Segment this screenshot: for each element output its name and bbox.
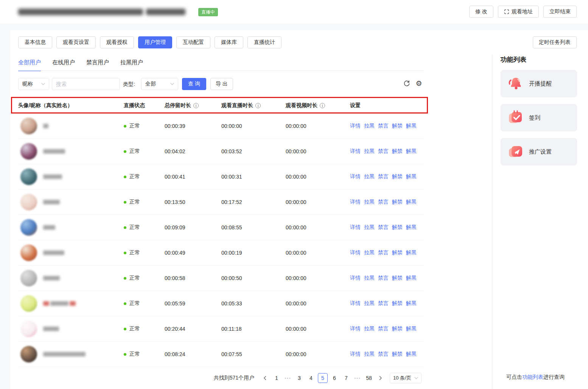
unmute-link[interactable]: 解禁 [392,123,403,129]
mute-link[interactable]: 禁言 [378,249,389,256]
unmute-link[interactable]: 解禁 [392,300,403,307]
tab-item[interactable]: 直播统计 [247,36,282,48]
status-text: 正常 [129,224,140,231]
gear-icon[interactable]: ⚙ [415,80,423,87]
mute-link[interactable]: 禁言 [378,275,389,282]
watch-address-button[interactable]: 观看地址 [498,6,539,18]
search-field-select[interactable]: 昵称 [18,78,49,90]
blacklist-link[interactable]: 拉黑 [364,325,375,332]
blacklist-link[interactable]: 拉黑 [364,148,375,155]
blacklist-link[interactable]: 拉黑 [364,123,375,129]
page-number[interactable]: 3 [294,373,304,383]
unblacklist-link[interactable]: 解黑 [406,275,417,282]
unmute-link[interactable]: 解禁 [392,249,403,256]
query-button[interactable]: 查 询 [182,78,206,90]
settings-cell: 详情拉黑禁言解禁解黑 [350,249,424,256]
unblacklist-link[interactable]: 解黑 [406,199,417,205]
avatar [20,295,37,312]
subtab-item[interactable]: 在线用户 [52,59,75,71]
tab-item[interactable]: 观看授权 [100,36,134,48]
export-button[interactable]: 导 出 [210,78,233,90]
mute-link[interactable]: 禁言 [378,148,389,155]
mute-link[interactable]: 禁言 [378,173,389,180]
status-dot [124,150,126,153]
unmute-link[interactable]: 解禁 [392,351,403,358]
blacklist-link[interactable]: 拉黑 [364,300,375,307]
prev-page-icon[interactable] [261,373,270,383]
type-select[interactable]: 全部 [141,78,178,90]
mute-link[interactable]: 禁言 [378,199,389,205]
unblacklist-link[interactable]: 解黑 [406,325,417,332]
unmute-link[interactable]: 解禁 [392,199,403,205]
end-now-button[interactable]: 立即结束 [543,6,577,18]
tab-item[interactable]: 用户管理 [138,36,172,48]
info-icon[interactable]: i [255,103,261,108]
detail-link[interactable]: 详情 [350,199,361,205]
detail-link[interactable]: 详情 [350,123,361,129]
mute-link[interactable]: 禁言 [378,123,389,129]
subtab-item[interactable]: 拉黑用户 [120,59,143,71]
unblacklist-link[interactable]: 解黑 [406,224,417,231]
page-number[interactable]: 58 [364,373,374,383]
tab-item[interactable]: 媒体库 [215,36,243,48]
search-input[interactable] [52,78,120,90]
mute-link[interactable]: 禁言 [378,224,389,231]
tab-item[interactable]: 基本信息 [18,36,52,48]
detail-link[interactable]: 详情 [350,300,361,307]
watch-video-duration: 00:00:00 [286,148,350,154]
blacklist-link[interactable]: 拉黑 [364,199,375,205]
blacklist-link[interactable]: 拉黑 [364,224,375,231]
blacklist-link[interactable]: 拉黑 [364,173,375,180]
detail-link[interactable]: 详情 [350,351,361,358]
function-list-link[interactable]: 功能列表 [522,374,543,380]
page-number[interactable]: 6 [330,373,339,383]
unblacklist-link[interactable]: 解黑 [406,173,417,180]
info-icon[interactable]: i [193,103,199,108]
detail-link[interactable]: 详情 [350,173,361,180]
scheduled-task-list-button[interactable]: 定时任务列表 [533,36,577,48]
mute-link[interactable]: 禁言 [378,351,389,358]
function-card-broadcast-reminder[interactable]: 开播提醒 [501,70,577,97]
page-ellipsis[interactable]: ••• [283,376,292,380]
unmute-link[interactable]: 解禁 [392,325,403,332]
tab-item[interactable]: 观看页设置 [56,36,96,48]
nickname-redacted [43,251,64,255]
function-card-promotion-settings[interactable]: 推广设置 [501,138,577,165]
unmute-link[interactable]: 解禁 [392,224,403,231]
page-size-select[interactable]: 10 条/页 [390,373,422,383]
function-card-check-in[interactable]: 签到 [501,104,577,131]
detail-link[interactable]: 详情 [350,249,361,256]
refresh-icon[interactable] [403,80,411,87]
unblacklist-link[interactable]: 解黑 [406,351,417,358]
page-ellipsis[interactable]: ••• [353,376,362,380]
page-number[interactable]: 4 [306,373,316,383]
unmute-link[interactable]: 解禁 [392,173,403,180]
unblacklist-link[interactable]: 解黑 [406,123,417,129]
unmute-link[interactable]: 解禁 [392,148,403,155]
column-header: 设置 [350,102,424,109]
unblacklist-link[interactable]: 解黑 [406,148,417,155]
user-cell [18,143,124,160]
blacklist-link[interactable]: 拉黑 [364,275,375,282]
unblacklist-link[interactable]: 解黑 [406,300,417,307]
detail-link[interactable]: 详情 [350,275,361,282]
page-number[interactable]: 5 [318,373,328,383]
unmute-link[interactable]: 解禁 [392,275,403,282]
blacklist-link[interactable]: 拉黑 [364,249,375,256]
mute-link[interactable]: 禁言 [378,300,389,307]
detail-link[interactable]: 详情 [350,224,361,231]
info-icon[interactable]: i [320,103,325,108]
function-card-label: 推广设置 [529,148,552,156]
unblacklist-link[interactable]: 解黑 [406,249,417,256]
detail-link[interactable]: 详情 [350,148,361,155]
mute-link[interactable]: 禁言 [378,325,389,332]
next-page-icon[interactable] [376,373,385,383]
detail-link[interactable]: 详情 [350,325,361,332]
page-number[interactable]: 1 [272,373,282,383]
subtab-item[interactable]: 禁言用户 [86,59,109,71]
blacklist-link[interactable]: 拉黑 [364,351,375,358]
subtab-item[interactable]: 全部用户 [18,59,41,71]
tab-item[interactable]: 互动配置 [176,36,210,48]
page-number[interactable]: 7 [341,373,351,383]
modify-button[interactable]: 修 改 [469,6,493,18]
